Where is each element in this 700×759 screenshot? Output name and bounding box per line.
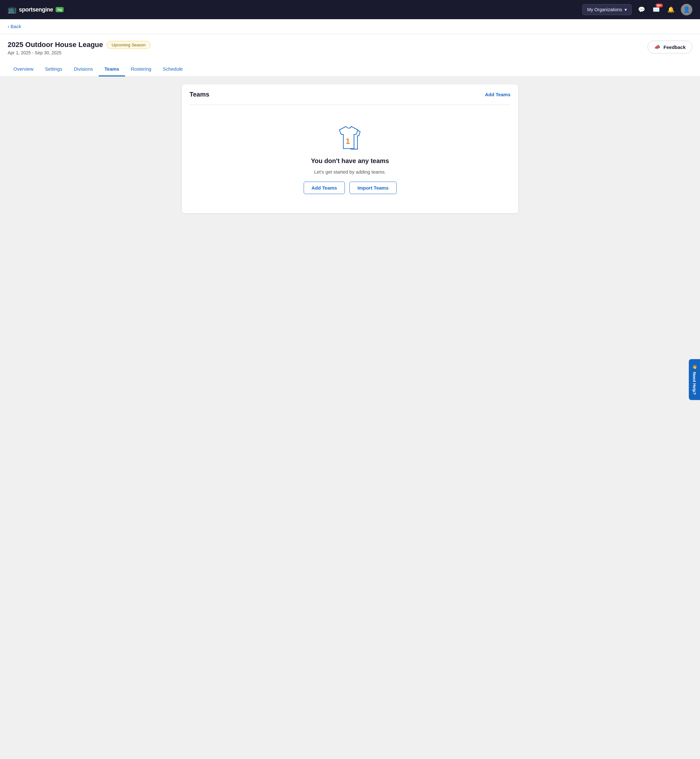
page-title: 2025 Outdoor House League [8,41,103,49]
page-header-top: 2025 Outdoor House League Upcoming Seaso… [8,41,692,60]
empty-title: You don't have any teams [311,157,389,165]
megaphone-icon: 📣 [654,44,660,50]
tab-divisions[interactable]: Divisions [68,63,99,77]
feedback-label: Feedback [664,44,686,50]
my-orgs-label: My Organizations [587,7,622,12]
navbar-right: My Organizations ▾ 💬 ✉️ 99+ 🔔 👤 [582,4,692,15]
messages-button[interactable]: 💬 [637,5,646,14]
add-teams-button[interactable]: Add Teams [304,182,345,194]
navbar: 📺 sportsengine hq My Organizations ▾ 💬 ✉… [0,0,700,19]
tab-rostering[interactable]: Rostering [125,63,157,77]
nbc-logo-icon: 📺 [8,5,16,14]
need-help-label: Need Help? [692,372,697,395]
need-help-tab[interactable]: 👋 Need Help? [689,359,700,400]
email-button[interactable]: ✉️ 99+ [652,5,661,14]
tab-settings[interactable]: Settings [39,63,68,77]
empty-subtitle: Let's get started by adding teams. [314,169,386,175]
jersey-icon: 1 [334,124,366,153]
tabs-nav: Overview Settings Divisions Teams Roster… [8,63,692,77]
main-content: Teams Add Teams 1 You don't have any tea… [174,77,526,221]
email-badge: 99+ [656,3,663,7]
date-range: Apr 1, 2025 - Sep 30, 2025 [8,50,150,55]
navbar-left: 📺 sportsengine hq [8,5,64,14]
feedback-button[interactable]: 📣 Feedback [648,41,692,53]
import-teams-button[interactable]: Import Teams [349,182,396,194]
chevron-down-icon: ▾ [625,7,627,12]
teams-card-title: Teams [189,91,209,98]
empty-actions: Add Teams Import Teams [304,182,397,194]
tab-teams[interactable]: Teams [99,63,125,77]
notifications-button[interactable]: 🔔 [666,5,676,14]
bell-icon: 🔔 [667,6,674,13]
logo-text: sportsengine [19,6,53,13]
back-chevron-icon: ‹ [8,23,9,29]
teams-card-header: Teams Add Teams [182,85,518,105]
upcoming-season-badge: Upcoming Season [107,41,150,49]
avatar-image: 👤 [683,6,690,13]
back-bar: ‹ Back [0,19,700,34]
page-header: 2025 Outdoor House League Upcoming Seaso… [0,34,700,77]
chat-icon: 💬 [638,6,645,13]
tab-schedule[interactable]: Schedule [157,63,189,77]
empty-state: 1 You don't have any teams Let's get sta… [182,105,518,213]
avatar[interactable]: 👤 [681,4,692,15]
hq-badge: hq [56,7,64,12]
back-button[interactable]: ‹ Back [8,23,21,29]
add-teams-header-button[interactable]: Add Teams [485,92,511,97]
teams-card: Teams Add Teams 1 You don't have any tea… [182,85,518,213]
wave-icon: 👋 [692,364,697,369]
tab-overview[interactable]: Overview [8,63,39,77]
back-label: Back [11,23,21,29]
title-area: 2025 Outdoor House League Upcoming Seaso… [8,41,150,60]
my-organizations-button[interactable]: My Organizations ▾ [582,4,631,15]
svg-text:1: 1 [346,137,350,146]
